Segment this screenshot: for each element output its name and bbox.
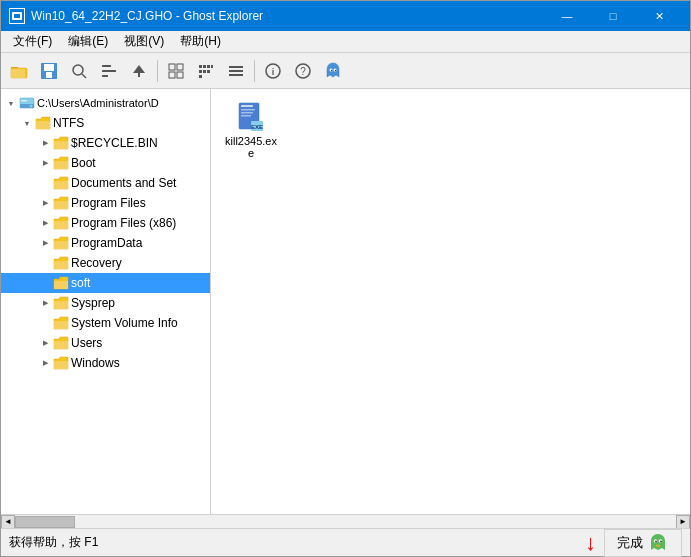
svg-rect-16 <box>169 64 175 70</box>
help-button[interactable]: ? <box>289 57 317 85</box>
svg-rect-47 <box>241 115 251 117</box>
svg-rect-20 <box>199 65 202 68</box>
scroll-right-button[interactable]: ► <box>676 515 690 529</box>
info-button[interactable]: i <box>259 57 287 85</box>
menu-help[interactable]: 帮助(H) <box>172 31 229 52</box>
svg-point-37 <box>331 69 332 70</box>
scroll-track <box>15 515 676 529</box>
file-item-kill2345[interactable]: EXE kill2345.exe <box>219 97 283 163</box>
toolbar: i ? <box>1 53 690 89</box>
tree-node-recovery[interactable]: Recovery <box>1 253 210 273</box>
done-button[interactable]: 完成 <box>604 529 682 557</box>
toolbar-separator-1 <box>157 60 158 82</box>
maximize-button[interactable]: □ <box>590 1 636 31</box>
svg-rect-2 <box>14 14 20 18</box>
tree-node-sysprep[interactable]: Sysprep <box>1 293 210 313</box>
progfiles86-label: Program Files (x86) <box>71 216 176 230</box>
expander-ntfs <box>19 115 35 131</box>
close-button[interactable]: ✕ <box>636 1 682 31</box>
properties-button[interactable] <box>95 57 123 85</box>
folder-recycle-icon <box>53 136 69 150</box>
menu-edit[interactable]: 编辑(E) <box>60 31 116 52</box>
ghost-button[interactable] <box>319 57 347 85</box>
view-list-button[interactable] <box>222 57 250 85</box>
svg-rect-21 <box>203 65 206 68</box>
up-button[interactable] <box>125 57 153 85</box>
folder-soft-icon <box>53 276 69 290</box>
tree-node-progfiles86[interactable]: Program Files (x86) <box>1 213 210 233</box>
scroll-thumb[interactable] <box>15 516 75 528</box>
svg-rect-22 <box>207 65 210 68</box>
expander-programdata <box>37 235 53 251</box>
expander-progfiles <box>37 195 53 211</box>
svg-rect-18 <box>169 72 175 78</box>
svg-rect-15 <box>138 73 140 77</box>
svg-rect-8 <box>46 72 52 78</box>
svg-rect-7 <box>44 64 54 71</box>
tree-node-soft[interactable]: soft <box>1 273 210 293</box>
expander-progfiles86 <box>37 215 53 231</box>
programdata-label: ProgramData <box>71 236 142 250</box>
menu-file[interactable]: 文件(F) <box>5 31 60 52</box>
svg-rect-28 <box>229 66 243 68</box>
done-label: 完成 <box>617 534 643 552</box>
open-button[interactable] <box>5 57 33 85</box>
progfiles-label: Program Files <box>71 196 146 210</box>
file-panel[interactable]: EXE kill2345.exe <box>211 89 690 514</box>
tree-node-sysvolume[interactable]: System Volume Info <box>1 313 210 333</box>
svg-rect-29 <box>229 70 243 72</box>
svg-text:i: i <box>272 67 275 77</box>
menu-bar: 文件(F) 编辑(E) 视图(V) 帮助(H) <box>1 31 690 53</box>
tree-node-ntfs[interactable]: NTFS <box>1 113 210 133</box>
svg-rect-25 <box>203 70 206 73</box>
svg-point-38 <box>335 69 336 70</box>
tree-node-docs[interactable]: Documents and Set <box>1 173 210 193</box>
svg-rect-30 <box>229 74 243 76</box>
expander-recycle <box>37 135 53 151</box>
scroll-left-button[interactable]: ◄ <box>1 515 15 529</box>
svg-rect-42 <box>21 100 27 102</box>
tree-node-boot[interactable]: Boot <box>1 153 210 173</box>
folder-progfiles86-icon <box>53 216 69 230</box>
status-help-text: 获得帮助，按 F1 <box>9 534 98 551</box>
recycle-label: $RECYCLE.BIN <box>71 136 158 150</box>
folder-recovery-icon <box>53 256 69 270</box>
search-button[interactable] <box>65 57 93 85</box>
soft-label: soft <box>71 276 90 290</box>
svg-point-52 <box>655 540 657 542</box>
ntfs-folder-icon <box>35 116 51 130</box>
toolbar-separator-2 <box>254 60 255 82</box>
svg-rect-27 <box>199 75 202 78</box>
svg-rect-24 <box>199 70 202 73</box>
expander-windows <box>37 355 53 371</box>
tree-node-windows[interactable]: Windows <box>1 353 210 373</box>
svg-text:EXE: EXE <box>251 124 263 130</box>
tree-node-root[interactable]: C:\Users\Administrator\D <box>1 93 210 113</box>
tree-node-recycle[interactable]: $RECYCLE.BIN <box>1 133 210 153</box>
folder-users-icon <box>53 336 69 350</box>
docs-label: Documents and Set <box>71 176 176 190</box>
tree-panel[interactable]: C:\Users\Administrator\D NTFS <box>1 89 211 514</box>
expander-sysprep <box>37 295 53 311</box>
drive-icon <box>19 95 35 111</box>
tree-node-progfiles[interactable]: Program Files <box>1 193 210 213</box>
minimize-button[interactable]: — <box>544 1 590 31</box>
view-large-button[interactable] <box>162 57 190 85</box>
svg-point-35 <box>330 68 333 71</box>
sysvolume-label: System Volume Info <box>71 316 178 330</box>
expander-users <box>37 335 53 351</box>
tree-node-programdata[interactable]: ProgramData <box>1 233 210 253</box>
expander-sysvolume <box>37 315 53 331</box>
expander-docs <box>37 175 53 191</box>
horizontal-scrollbar[interactable]: ◄ ► <box>1 514 690 528</box>
save-button[interactable] <box>35 57 63 85</box>
red-arrow-annotation: ↓ <box>585 532 596 554</box>
main-window: Win10_64_22H2_CJ.GHO - Ghost Explorer — … <box>0 0 691 557</box>
menu-view[interactable]: 视图(V) <box>116 31 172 52</box>
view-small-button[interactable] <box>192 57 220 85</box>
tree-node-users[interactable]: Users <box>1 333 210 353</box>
boot-label: Boot <box>71 156 96 170</box>
svg-rect-12 <box>102 70 116 72</box>
folder-boot-icon <box>53 156 69 170</box>
file-name-kill2345: kill2345.exe <box>223 135 279 159</box>
